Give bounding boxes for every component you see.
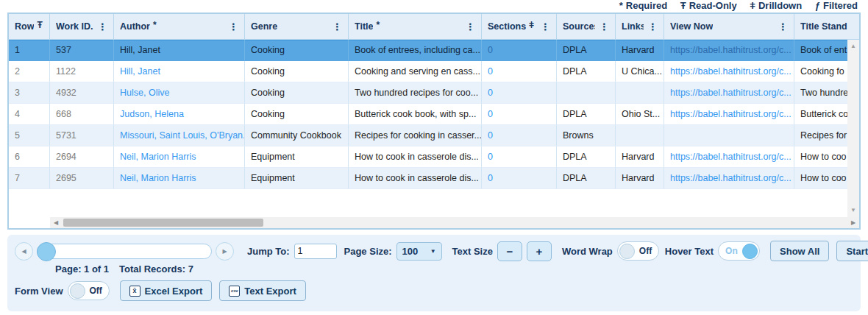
text-size-decrease-button[interactable]: − xyxy=(497,241,522,261)
start-editing-button[interactable]: Start Editing xyxy=(836,241,868,261)
legend-required-label: Required xyxy=(626,0,667,11)
vertical-scrollbar[interactable]: ▲ ▼ xyxy=(847,40,859,217)
next-page-button[interactable]: ▶ xyxy=(216,242,234,261)
column-label: Title Stand xyxy=(800,21,847,32)
scroll-down-icon[interactable]: ▼ xyxy=(847,205,859,216)
cell-author[interactable]: Neil, Marion Harris xyxy=(114,146,245,168)
cell-author[interactable]: Hill, Janet xyxy=(114,61,245,82)
cell-view-now[interactable]: https://babel.hathitrust.org/c... xyxy=(664,82,794,104)
scroll-right-icon[interactable]: ▶ xyxy=(847,217,859,228)
cell-sections[interactable]: 0 xyxy=(482,125,557,146)
column-header-view-now[interactable]: View Now⋮ xyxy=(664,14,794,39)
cell-sections[interactable]: 0 xyxy=(482,82,557,104)
page-size-select[interactable]: 100 ▼ xyxy=(396,242,442,261)
hover-text-control: Hover Text On xyxy=(665,241,760,261)
column-label: Row xyxy=(15,21,34,32)
column-menu-icon[interactable]: ⋮ xyxy=(328,21,342,32)
hover-text-label: Hover Text xyxy=(665,246,714,257)
table-row[interactable]: 21122Hill, JanetCookingCooking and servi… xyxy=(9,61,859,82)
grid-header-row: RowŦ Work ID...⋮ Author*⋮ Genre⋮ Title*⋮… xyxy=(9,14,859,40)
horizontal-scrollbar[interactable]: ◀ ▶ xyxy=(50,217,859,228)
cell-sections[interactable]: 0 xyxy=(482,168,557,189)
toggle-knob xyxy=(619,244,635,259)
cell-work-id: 5731 xyxy=(50,125,114,146)
cell-genre: Equipment xyxy=(245,168,349,189)
text-export-button[interactable]: csv Text Export xyxy=(219,280,306,301)
cell-sources: DPLA xyxy=(557,40,616,61)
cell-author[interactable]: Hill, Janet xyxy=(114,40,245,61)
column-header-title[interactable]: Title*⋮ xyxy=(349,14,482,39)
column-menu-icon[interactable]: ⋮ xyxy=(536,21,550,32)
table-row[interactable]: 72695Neil, Marion HarrisEquipmentHow to … xyxy=(9,168,859,189)
cell-view-now[interactable]: https://babel.hathitrust.org/c... xyxy=(664,146,794,168)
table-row[interactable]: 4668Judson, HelenaCookingButterick cook … xyxy=(9,104,859,125)
page-size-control: Page Size: 100 ▼ xyxy=(344,241,442,261)
cell-genre: Community Cookbook xyxy=(245,125,349,146)
cell-view-now[interactable]: https://babel.hathitrust.org/c... xyxy=(664,61,794,82)
required-symbol: * xyxy=(376,20,380,30)
page-slider-thumb[interactable] xyxy=(37,242,56,261)
column-header-work-id[interactable]: Work ID...⋮ xyxy=(50,14,114,39)
column-menu-icon[interactable]: ⋮ xyxy=(93,21,107,32)
cell-links: Harvard xyxy=(616,168,664,189)
cell-author[interactable]: Neil, Marion Harris xyxy=(114,168,245,189)
excel-export-button[interactable]: x̄ Excel Export xyxy=(120,280,213,301)
column-menu-icon[interactable]: ⋮ xyxy=(224,21,238,32)
cell-row: 3 xyxy=(9,82,50,104)
column-header-sources[interactable]: Sources⋮ xyxy=(557,14,616,39)
cell-row: 6 xyxy=(9,146,50,168)
table-row[interactable]: 55731Missouri, Saint Louis, O'Bryan...Co… xyxy=(9,125,859,146)
table-row[interactable]: 1537Hill, JanetCookingBook of entrees, i… xyxy=(9,40,859,61)
cell-view-now[interactable]: https://babel.hathitrust.org/c... xyxy=(664,40,794,61)
cell-sections[interactable]: 0 xyxy=(482,104,557,125)
show-all-button[interactable]: Show All xyxy=(770,241,829,261)
column-menu-icon[interactable]: ⋮ xyxy=(595,21,609,32)
cell-sections[interactable]: 0 xyxy=(482,61,557,82)
column-header-sections[interactable]: Sectionsǂ⋮ xyxy=(482,14,557,39)
column-header-author[interactable]: Author*⋮ xyxy=(114,14,245,39)
cell-genre: Cooking xyxy=(245,82,349,104)
column-label: Links xyxy=(622,21,644,32)
cell-title: Recipes for cooking in casser... xyxy=(349,125,482,146)
cell-view-now[interactable]: https://babel.hathitrust.org/c... xyxy=(664,104,794,125)
cell-title: How to cook in casserole dis... xyxy=(349,168,482,189)
column-header-title-standard[interactable]: Title Stand xyxy=(794,14,859,39)
scroll-left-icon[interactable]: ◀ xyxy=(50,217,62,228)
toggle-knob xyxy=(70,283,85,299)
hover-text-toggle[interactable]: On xyxy=(718,241,760,261)
page-slider[interactable] xyxy=(37,244,212,259)
column-header-links[interactable]: Links⋮ xyxy=(616,14,664,39)
table-row[interactable]: 62694Neil, Marion HarrisEquipmentHow to … xyxy=(9,146,859,168)
horizontal-scrollbar-thumb[interactable] xyxy=(63,219,263,227)
cell-title: Cooking and serving en cass... xyxy=(349,61,482,82)
previous-page-button[interactable]: ◀ xyxy=(15,242,33,261)
cell-links xyxy=(616,125,664,146)
jump-to-input[interactable] xyxy=(294,244,337,259)
cell-view-now[interactable]: https://babel.hathitrust.org/c... xyxy=(664,168,794,189)
word-wrap-toggle[interactable]: Off xyxy=(617,241,659,261)
table-row[interactable]: 34932Hulse, OliveCookingTwo hundred reci… xyxy=(9,82,859,104)
cell-sections[interactable]: 0 xyxy=(482,146,557,168)
cell-author[interactable]: Judson, Helena xyxy=(114,104,245,125)
column-menu-icon[interactable]: ⋮ xyxy=(644,21,658,32)
text-size-increase-button[interactable]: + xyxy=(527,241,552,261)
column-menu-icon[interactable]: ⋮ xyxy=(774,21,788,32)
readonly-symbol: Ŧ xyxy=(680,0,686,11)
column-label: Title xyxy=(355,21,373,32)
cell-sections[interactable]: 0 xyxy=(482,40,557,61)
cell-row: 4 xyxy=(9,104,50,125)
cell-genre: Cooking xyxy=(245,40,349,61)
text-size-control: Text Size − + xyxy=(452,241,552,261)
cell-author[interactable]: Missouri, Saint Louis, O'Bryan... xyxy=(114,125,245,146)
form-view-toggle[interactable]: Off xyxy=(68,281,110,300)
column-header-row[interactable]: RowŦ xyxy=(9,14,50,39)
column-header-genre[interactable]: Genre⋮ xyxy=(245,14,349,39)
cell-work-id: 668 xyxy=(50,104,114,125)
toggle-knob xyxy=(742,244,758,259)
cell-links: Harvard xyxy=(616,40,664,61)
form-view-state: Off xyxy=(90,286,102,296)
hover-text-state: On xyxy=(725,246,738,256)
cell-author[interactable]: Hulse, Olive xyxy=(114,82,245,104)
scroll-up-icon[interactable]: ▲ xyxy=(847,41,859,52)
column-menu-icon[interactable]: ⋮ xyxy=(461,21,475,32)
